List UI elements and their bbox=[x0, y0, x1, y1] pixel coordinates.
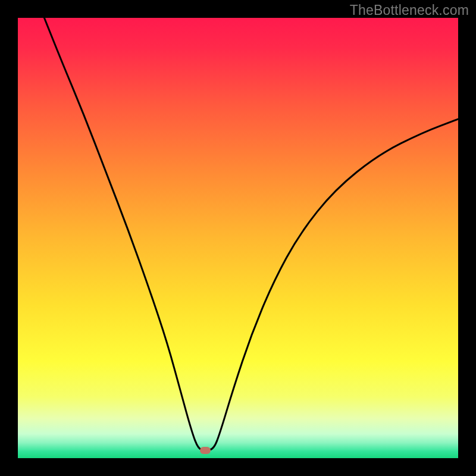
chart-frame: TheBottleneck.com bbox=[0, 0, 476, 476]
watermark-text: TheBottleneck.com bbox=[350, 2, 469, 18]
optimal-point-marker bbox=[200, 447, 211, 454]
bottleneck-curve bbox=[18, 18, 458, 458]
plot-area bbox=[18, 18, 458, 458]
